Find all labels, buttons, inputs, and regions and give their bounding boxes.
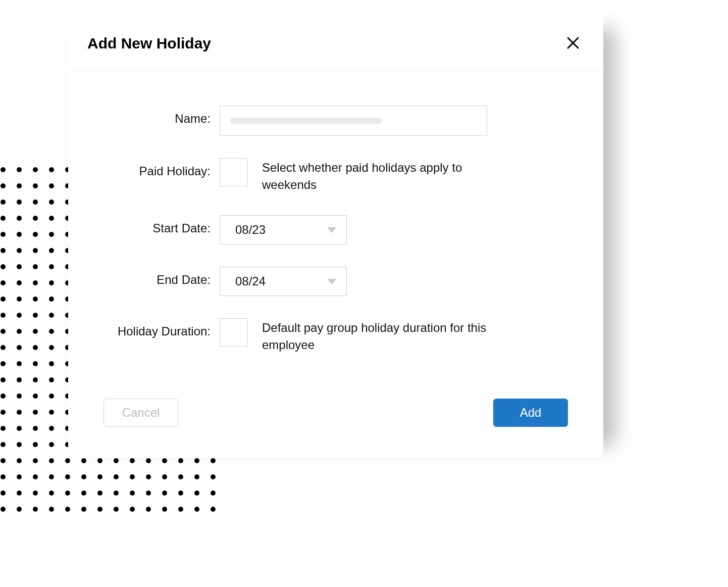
chevron-down-icon	[327, 227, 336, 233]
dialog-title: Add New Holiday	[87, 35, 211, 52]
name-row: Name:	[98, 106, 573, 136]
close-button[interactable]	[562, 32, 584, 55]
start-date-control: 08/23	[220, 215, 573, 244]
name-control	[220, 106, 573, 136]
close-icon	[565, 35, 581, 52]
paid-holiday-control: Select whether paid holidays apply to we…	[220, 158, 573, 193]
dialog-footer: Cancel Add	[68, 378, 603, 457]
paid-holiday-label: Paid Holiday:	[98, 158, 220, 178]
add-holiday-dialog: Add New Holiday Name: Paid Holiday:	[68, 10, 603, 457]
dialog-body: Name: Paid Holiday: Select whether paid …	[68, 70, 603, 378]
paid-holiday-row: Paid Holiday: Select whether paid holida…	[98, 158, 573, 193]
holiday-duration-control: Default pay group holiday duration for t…	[220, 318, 573, 353]
cancel-button[interactable]: Cancel	[103, 399, 178, 427]
start-date-label: Start Date:	[98, 215, 220, 235]
paid-holiday-helper: Select whether paid holidays apply to we…	[262, 158, 504, 193]
holiday-duration-row: Holiday Duration: Default pay group holi…	[98, 318, 573, 353]
paid-holiday-checkbox[interactable]	[220, 158, 248, 186]
name-placeholder-bar	[230, 118, 382, 124]
dialog-header: Add New Holiday	[68, 10, 603, 70]
end-date-select[interactable]: 08/24	[220, 267, 347, 296]
name-input[interactable]	[220, 106, 487, 136]
start-date-value: 08/23	[235, 223, 266, 237]
holiday-duration-label: Holiday Duration:	[98, 318, 220, 338]
name-label: Name:	[98, 106, 220, 126]
start-date-select[interactable]: 08/23	[220, 215, 347, 244]
holiday-duration-checkbox[interactable]	[220, 318, 248, 347]
end-date-label: End Date:	[98, 267, 220, 287]
chevron-down-icon	[327, 279, 336, 284]
start-date-row: Start Date: 08/23	[98, 215, 573, 244]
end-date-value: 08/24	[235, 274, 266, 288]
end-date-row: End Date: 08/24	[98, 267, 573, 296]
end-date-control: 08/24	[220, 267, 573, 296]
add-button[interactable]: Add	[493, 399, 568, 427]
holiday-duration-helper: Default pay group holiday duration for t…	[262, 318, 504, 353]
